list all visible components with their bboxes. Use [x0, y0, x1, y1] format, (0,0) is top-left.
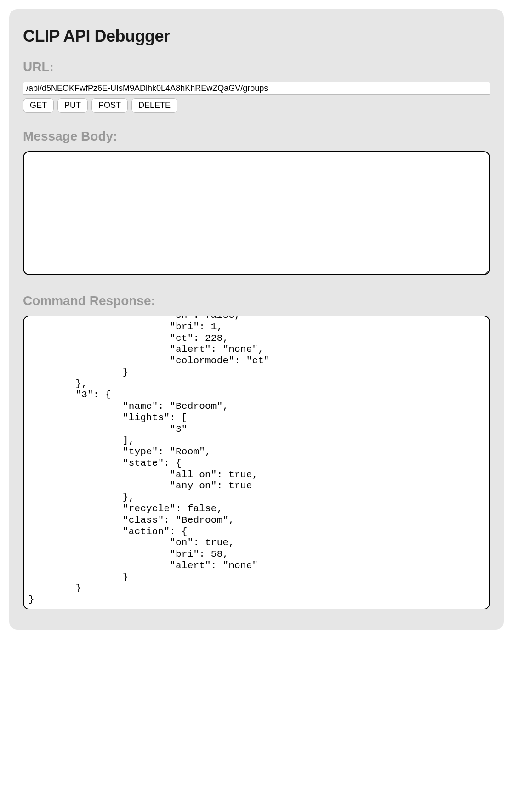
command-response-textarea[interactable]: [23, 316, 490, 609]
http-method-row: GET PUT POST DELETE: [23, 98, 490, 113]
debugger-panel: CLIP API Debugger URL: GET PUT POST DELE…: [9, 9, 504, 630]
post-button[interactable]: POST: [91, 98, 128, 113]
delete-button[interactable]: DELETE: [131, 98, 177, 113]
url-section-label: URL:: [23, 60, 490, 74]
message-body-textarea[interactable]: [23, 151, 490, 275]
command-response-label: Command Response:: [23, 293, 490, 308]
put-button[interactable]: PUT: [57, 98, 88, 113]
get-button[interactable]: GET: [23, 98, 54, 113]
url-input[interactable]: [23, 82, 490, 95]
message-body-label: Message Body:: [23, 129, 490, 144]
page-title: CLIP API Debugger: [23, 27, 490, 46]
